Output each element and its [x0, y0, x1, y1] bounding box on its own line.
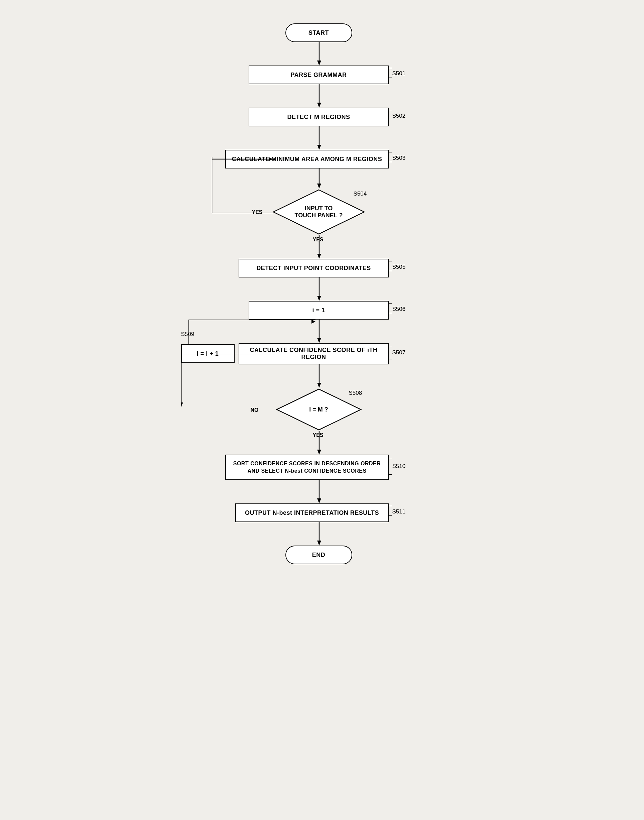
flowchart: START PARSE GRAMMAR S501 DETECT M REGION…	[172, 13, 472, 782]
arrow-s508-s510	[317, 431, 321, 455]
s502-step: S502	[393, 113, 406, 119]
s508-step: S508	[349, 390, 362, 396]
s510-step: S510	[393, 463, 406, 470]
s506-shape: i = 1	[248, 301, 389, 319]
s506-bracket	[388, 303, 393, 313]
svg-marker-16	[317, 296, 321, 301]
svg-marker-5	[317, 145, 321, 150]
s504-label: INPUT TOTOUCH PANEL ?	[294, 205, 343, 219]
arrow-s504-s505	[317, 235, 321, 259]
s506-label: i = 1	[312, 307, 325, 314]
s501-label: PARSE GRAMMAR	[290, 72, 347, 78]
svg-marker-31	[317, 498, 321, 504]
s503-bracket	[388, 152, 393, 162]
s501-bracket	[388, 68, 393, 78]
s502-label: DETECT M REGIONS	[287, 114, 350, 121]
s507-step: S507	[393, 349, 406, 356]
arrow-s505-s506	[317, 278, 321, 301]
svg-marker-29	[317, 450, 321, 455]
start-shape: START	[285, 23, 352, 42]
s510-label: SORT CONFIDENCE SCORES IN DESCENDING ORD…	[231, 460, 383, 475]
arrow-start-s501	[317, 42, 321, 66]
svg-marker-1	[317, 60, 321, 66]
s511-label: OUTPUT N-best INTERPRETATION RESULTS	[245, 510, 379, 516]
s510-bracket	[388, 458, 393, 474]
s507-bracket	[388, 346, 393, 359]
end-shape: END	[285, 545, 352, 564]
start-label: START	[308, 29, 329, 37]
svg-marker-7	[317, 184, 321, 189]
s505-step: S505	[393, 264, 406, 270]
arrow-s508-no-down	[181, 354, 276, 410]
svg-marker-21	[311, 319, 316, 324]
arrow-s502-s503	[317, 126, 321, 150]
arrow-s510-s511	[317, 480, 321, 504]
s509-step: S509	[181, 331, 195, 338]
s504-shape: INPUT TOTOUCH PANEL ?	[272, 189, 366, 235]
s508-label: i = M ?	[309, 406, 328, 413]
s510-shape: SORT CONFIDENCE SCORES IN DESCENDING ORD…	[225, 455, 389, 480]
arrow-s501-s502	[317, 84, 321, 107]
s502-bracket	[388, 110, 393, 120]
arrow-s504-no	[212, 157, 273, 213]
svg-marker-13	[269, 157, 273, 161]
svg-marker-3	[317, 103, 321, 107]
arrow-s511-end	[317, 522, 321, 545]
s506-step: S506	[393, 306, 406, 313]
s501-step: S501	[393, 70, 406, 77]
arrow-s507-s508	[317, 364, 321, 388]
end-label: END	[312, 551, 325, 559]
arrow-s503-s504	[317, 169, 321, 189]
s511-step: S511	[393, 508, 406, 515]
svg-marker-23	[317, 383, 321, 388]
svg-marker-27	[181, 402, 183, 407]
svg-marker-10	[317, 254, 321, 259]
s502-shape: DETECT M REGIONS	[248, 107, 389, 126]
s511-shape: OUTPUT N-best INTERPRETATION RESULTS	[235, 504, 389, 522]
s505-label: DETECT INPUT POINT COORDINATES	[256, 265, 371, 272]
s511-bracket	[388, 506, 393, 516]
s505-shape: DETECT INPUT POINT COORDINATES	[239, 259, 389, 278]
s504-step: S504	[354, 190, 367, 197]
s501-shape: PARSE GRAMMAR	[248, 66, 389, 84]
s503-step: S503	[393, 155, 406, 161]
s505-bracket	[388, 261, 393, 271]
svg-marker-33	[317, 541, 321, 545]
